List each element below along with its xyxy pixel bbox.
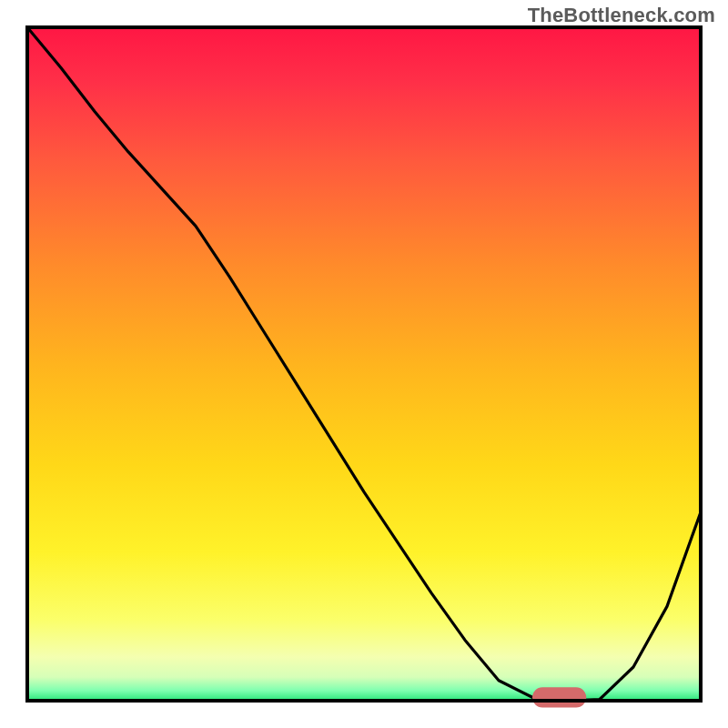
plot-background: [27, 27, 701, 701]
optimum-marker: [532, 687, 586, 707]
bottleneck-chart: [0, 0, 728, 728]
watermark-text: TheBottleneck.com: [528, 4, 715, 27]
chart-container: TheBottleneck.com: [0, 0, 728, 728]
